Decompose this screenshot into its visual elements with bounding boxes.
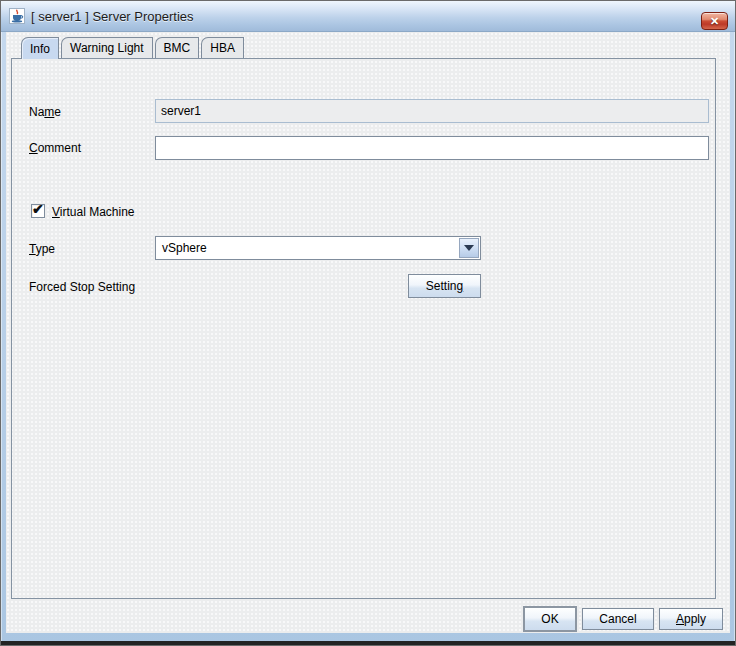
setting-button-mnemonic: g (457, 279, 464, 293)
comment-input[interactable] (155, 136, 709, 160)
setting-button-text: Settin (426, 279, 457, 293)
tab-bar: Info Warning Light BMC HBA (21, 37, 244, 59)
forced-stop-setting-button[interactable]: Setting (408, 274, 481, 298)
comment-label-text-post: omment (38, 141, 81, 155)
tab-bmc[interactable]: BMC (155, 37, 200, 58)
titlebar[interactable]: [ server1 ] Server Properties ✕ (1, 1, 735, 32)
vm-label-mnemonic: V (52, 205, 60, 219)
virtual-machine-checkbox[interactable]: ✔ (31, 204, 45, 218)
java-coffee-cup-icon (9, 8, 25, 24)
type-selected-value: vSphere (162, 241, 207, 255)
checkmark-icon: ✔ (32, 201, 44, 217)
dialog-body: Info Warning Light BMC HBA Name Comment … (6, 32, 730, 633)
name-label-mnemonic: m (44, 105, 54, 119)
combo-dropdown-button[interactable] (459, 238, 479, 258)
close-icon: ✕ (710, 15, 719, 27)
name-input[interactable] (155, 99, 709, 123)
type-combobox[interactable]: vSphere (155, 236, 481, 260)
comment-label: Comment (29, 141, 81, 155)
window-title: [ server1 ] Server Properties (31, 9, 194, 24)
type-label-mnemonic: T (29, 242, 36, 256)
chevron-down-icon (464, 245, 474, 251)
type-label: Type (29, 242, 55, 256)
apply-button-mnemonic: A (676, 612, 684, 626)
tab-warning-light[interactable]: Warning Light (61, 37, 153, 58)
vm-label-text-post: irtual Machine (60, 205, 135, 219)
virtual-machine-label: Virtual Machine (52, 205, 135, 219)
tab-hba[interactable]: HBA (201, 37, 244, 58)
name-label: Name (29, 105, 61, 119)
name-label-text: Na (29, 105, 44, 119)
name-label-text-post: e (54, 105, 61, 119)
tab-info[interactable]: Info (21, 37, 59, 59)
apply-button-text-post: pply (684, 612, 706, 626)
forced-stop-setting-label: Forced Stop Setting (29, 280, 135, 294)
type-label-text-post: ype (36, 242, 55, 256)
apply-button[interactable]: Apply (659, 608, 723, 630)
comment-label-mnemonic: C (29, 141, 38, 155)
cancel-button[interactable]: Cancel (582, 608, 654, 630)
server-properties-window: [ server1 ] Server Properties ✕ Info War… (0, 0, 736, 646)
ok-button[interactable]: OK (523, 606, 577, 632)
close-button[interactable]: ✕ (701, 12, 728, 30)
